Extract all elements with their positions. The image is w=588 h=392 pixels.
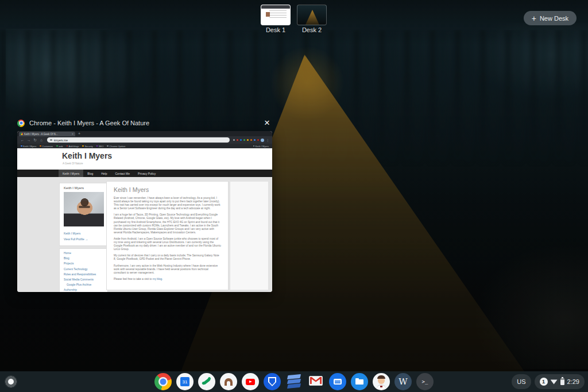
bookmark-folder[interactable]: Keith I Myers: [253, 145, 269, 148]
forward-icon[interactable]: →: [26, 138, 31, 142]
right-sidebar-column: [230, 181, 269, 290]
back-icon[interactable]: ←: [20, 138, 25, 142]
extension-icon[interactable]: [254, 139, 256, 141]
kmyers-arch-app-icon[interactable]: [220, 373, 237, 390]
battery-icon: [560, 378, 564, 385]
nav-item-blog[interactable]: Blog: [83, 170, 97, 177]
my-blog-link[interactable]: my blog.: [153, 278, 163, 280]
extension-icon[interactable]: [240, 139, 242, 141]
shield-icon: [268, 377, 276, 386]
profile-card-title: Keith I Myers: [64, 186, 84, 190]
tab-close-icon[interactable]: ×: [72, 132, 74, 136]
bitwarden-app-icon[interactable]: [264, 373, 281, 390]
bookmark-favicon: [107, 145, 109, 147]
home-icon[interactable]: ⌂: [39, 138, 44, 142]
tab-favicon: [21, 133, 23, 135]
sidebar-link-projects[interactable]: Projects: [64, 262, 104, 266]
article-paragraph: Ever since I can remember, I have always…: [114, 197, 221, 210]
files-app-icon[interactable]: [351, 373, 368, 390]
sidebar-link-roles[interactable]: Roles and Responsibilities: [64, 273, 104, 276]
new-tab-button[interactable]: +: [78, 132, 80, 136]
wifi-icon: [551, 379, 558, 385]
close-window-button[interactable]: ×: [262, 118, 272, 128]
nav-item-home[interactable]: Keith I Myers: [59, 170, 83, 177]
chrome-icon: [17, 120, 25, 127]
bookmark-favicon: [82, 145, 84, 147]
bookmark-item[interactable]: Chrome Update: [107, 145, 125, 148]
chat-bubble-icon: [334, 379, 342, 385]
nav-item-contact[interactable]: Contact Me: [111, 170, 134, 177]
sidebar-link-social[interactable]: Social Media Comments: [64, 278, 104, 282]
bookmark-item[interactable]: SEO: [96, 145, 103, 148]
extension-icon[interactable]: [250, 139, 253, 141]
extension-icon[interactable]: [237, 139, 239, 141]
launcher-button[interactable]: [5, 375, 17, 388]
desk-thumbnail-1[interactable]: [261, 5, 291, 25]
view-full-profile-link[interactable]: View Full Profile →: [64, 237, 88, 241]
bookmark-favicon: [67, 145, 68, 147]
system-tray[interactable]: 1 2:29: [535, 374, 585, 389]
url-text: kmyers.me: [54, 139, 68, 142]
notification-badge: 1: [540, 378, 548, 386]
wordpress-app-icon[interactable]: W: [394, 373, 412, 390]
article-paragraph: My current list of devices that I carry …: [114, 254, 221, 261]
bookmark-item[interactable]: Add blogs: [67, 145, 79, 148]
sidebar-menu-card: Home Blog Projects Current Technology Ro…: [59, 248, 108, 292]
desk1-mini-photo: [266, 12, 270, 17]
webpage: Keith I Myers A Geek Of Nature Keith I M…: [17, 148, 272, 292]
bookmark-item[interactable]: Keith I Myers: [21, 145, 36, 148]
sidebar-link-authorship[interactable]: Authorship: [64, 289, 104, 292]
bookmarks-bar: Keith I Myers Customize web Add blogs Se…: [17, 144, 272, 148]
nav-item-privacy[interactable]: Privacy Policy: [134, 170, 160, 177]
terminal-app-icon[interactable]: >_: [416, 373, 434, 390]
extension-icon[interactable]: [257, 139, 260, 141]
sidebar-link-current-technology[interactable]: Current Technology: [64, 268, 104, 271]
profile-card: Keith I Myers Keith I Myers View Full Pr…: [59, 183, 108, 246]
browser-menu-icon[interactable]: ⋮: [266, 138, 269, 142]
tab-title: Keith I Myers - A Geek Of N...: [24, 133, 71, 136]
folder-icon: [253, 145, 255, 147]
bookmark-item[interactable]: web: [56, 145, 63, 148]
keyboard-layout-button[interactable]: US: [512, 374, 531, 389]
extension-icon[interactable]: [243, 139, 246, 141]
nav-item-help[interactable]: Help: [97, 170, 111, 177]
google-chat-app-icon[interactable]: [329, 373, 346, 390]
google-voice-app-icon[interactable]: [198, 373, 215, 390]
calendar-tile: 31: [180, 377, 189, 386]
sidebar-link-gplus-archive[interactable]: Google Plus Archive: [64, 283, 104, 287]
youtube-app-icon[interactable]: [242, 373, 259, 390]
phone-icon: [203, 378, 211, 385]
profile-avatar[interactable]: [261, 139, 264, 142]
article-paragraph: Aside from Android, I am a Open Source S…: [114, 237, 221, 251]
profile-photo: [64, 192, 104, 226]
extension-icons[interactable]: [233, 139, 260, 141]
profile-name-link[interactable]: Keith I Myers: [64, 232, 80, 235]
site-header: Keith I Myers A Geek Of Nature: [17, 148, 272, 170]
google-calendar-app-icon[interactable]: 31: [176, 373, 194, 390]
chrome-app-icon[interactable]: [154, 373, 172, 390]
gmail-badge: 100: [307, 387, 324, 390]
jenkins-app-icon[interactable]: [373, 373, 390, 390]
bookmark-item[interactable]: Security: [82, 145, 92, 148]
shelf: 31 100: [0, 371, 588, 392]
reload-icon[interactable]: ↻: [33, 138, 37, 143]
new-desk-button[interactable]: + New Desk: [524, 11, 577, 25]
stack-app-icon[interactable]: [285, 373, 303, 390]
chromeos-overview-screen: Desk 1 Desk 2 + New Desk Chrome - Keith …: [0, 0, 588, 392]
gmail-app-icon[interactable]: 100: [307, 373, 324, 390]
browser-tab[interactable]: Keith I Myers - A Geek Of N... ×: [19, 132, 75, 136]
shelf-app-row: 31 100: [154, 373, 434, 390]
site-info-icon: [50, 139, 52, 141]
bookmark-item[interactable]: Customize: [40, 145, 53, 148]
extension-icon[interactable]: [233, 139, 235, 141]
desk-thumbnail-2[interactable]: [297, 5, 327, 25]
status-area: US 1 2:29: [512, 374, 585, 389]
plus-icon: +: [532, 14, 536, 22]
address-bar[interactable]: kmyers.me: [47, 137, 230, 143]
sidebar-link-blog[interactable]: Blog: [64, 257, 104, 260]
sidebar-link-home[interactable]: Home: [64, 252, 104, 255]
chrome-window-preview[interactable]: Keith I Myers - A Geek Of N... × + ← → ↻…: [17, 131, 272, 292]
arch-icon: [225, 378, 233, 386]
desk-2-label[interactable]: Desk 2: [289, 26, 335, 33]
extension-icon[interactable]: [247, 139, 249, 141]
